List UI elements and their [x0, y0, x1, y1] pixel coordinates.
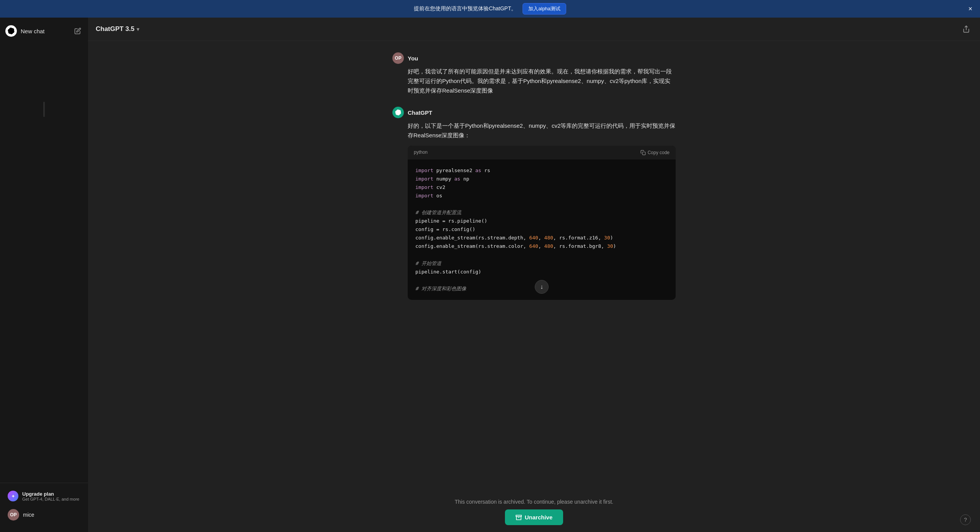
upgrade-plan-title: Upgrade plan [22, 491, 79, 497]
upgrade-icon: ✦ [8, 491, 18, 501]
app-body: New chat ✦ Upgrade plan Get GPT-4, DALL·… [0, 18, 980, 532]
share-button[interactable] [960, 23, 972, 35]
sidebar-scroll-indicator [43, 102, 45, 117]
code-content: import pyrealsense2 as rs import numpy a… [408, 159, 676, 300]
svg-rect-2 [516, 515, 521, 516]
copy-icon [640, 150, 646, 155]
user-avatar: OP [8, 509, 19, 521]
header-actions [960, 23, 972, 35]
chevron-down-icon: ▾ [137, 26, 139, 32]
message-header-gpt: ChatGPT [392, 107, 676, 118]
upgrade-plan-subtitle: Get GPT-4, DALL·E, and more [22, 497, 79, 501]
openai-logo-icon [5, 25, 17, 37]
share-icon [962, 25, 970, 33]
help-button[interactable]: ? [960, 514, 971, 525]
model-name: ChatGPT 3.5 [96, 25, 134, 33]
user-name: mice [23, 512, 34, 518]
sidebar-bottom: ✦ Upgrade plan Get GPT-4, DALL·E, and mo… [0, 483, 88, 528]
bottom-bar: This conversation is archived. To contin… [88, 495, 980, 532]
upgrade-plan-item[interactable]: ✦ Upgrade plan Get GPT-4, DALL·E, and mo… [2, 487, 86, 505]
code-block: python Copy code import pyrealsense2 as … [408, 146, 676, 300]
code-block-header: python Copy code [408, 146, 676, 159]
banner-text: 提前在您使用的语言中预览体验ChatGPT。 [414, 5, 516, 12]
chat-header: ChatGPT 3.5 ▾ [88, 18, 980, 41]
edit-icon [74, 28, 81, 34]
archived-notice: This conversation is archived. To contin… [455, 499, 614, 505]
message-block-user: OP You 好吧，我尝试了所有的可能原因但是并未达到应有的效果。现在，我想请你… [385, 52, 683, 95]
sidebar: New chat ✦ Upgrade plan Get GPT-4, DALL·… [0, 18, 88, 532]
new-chat-label: New chat [21, 28, 45, 34]
user-row[interactable]: OP mice [2, 505, 86, 524]
upgrade-text: Upgrade plan Get GPT-4, DALL·E, and more [22, 491, 79, 501]
user-msg-avatar: OP [392, 52, 404, 64]
user-msg-sender: You [408, 55, 418, 62]
banner-alpha-button[interactable]: 加入alpha测试 [523, 3, 566, 15]
new-chat-edit-button[interactable] [73, 26, 83, 36]
main-content: ChatGPT 3.5 ▾ OP You [88, 18, 980, 532]
scroll-down-button[interactable]: ↓ [535, 280, 549, 294]
sidebar-top: New chat [0, 21, 88, 41]
gpt-msg-body: 好的，以下是一个基于Python和pyrealsense2、numpy、cv2等… [392, 121, 676, 300]
user-msg-body: 好吧，我尝试了所有的可能原因但是并未达到应有的效果。现在，我想请你根据我的需求，… [392, 67, 676, 95]
banner-close-button[interactable]: × [968, 5, 972, 12]
sidebar-logo: New chat [5, 25, 45, 37]
top-banner: 提前在您使用的语言中预览体验ChatGPT。 加入alpha测试 × [0, 0, 980, 18]
gpt-logo-icon [395, 109, 401, 116]
message-header-user: OP You [392, 52, 676, 64]
gpt-msg-sender: ChatGPT [408, 109, 432, 116]
messages-area: OP You 好吧，我尝试了所有的可能原因但是并未达到应有的效果。现在，我想请你… [88, 41, 980, 495]
copy-code-button[interactable]: Copy code [640, 150, 670, 155]
banner-content: 提前在您使用的语言中预览体验ChatGPT。 加入alpha测试 [414, 3, 566, 15]
code-language-label: python [414, 149, 428, 156]
model-selector[interactable]: ChatGPT 3.5 ▾ [96, 25, 139, 33]
openai-svg [8, 28, 15, 34]
message-block-gpt: ChatGPT 好的，以下是一个基于Python和pyrealsense2、nu… [385, 107, 683, 300]
unarchive-button[interactable]: Unarchive [505, 509, 564, 525]
svg-rect-1 [642, 152, 645, 155]
unarchive-icon [516, 514, 522, 521]
gpt-msg-avatar [392, 107, 404, 118]
